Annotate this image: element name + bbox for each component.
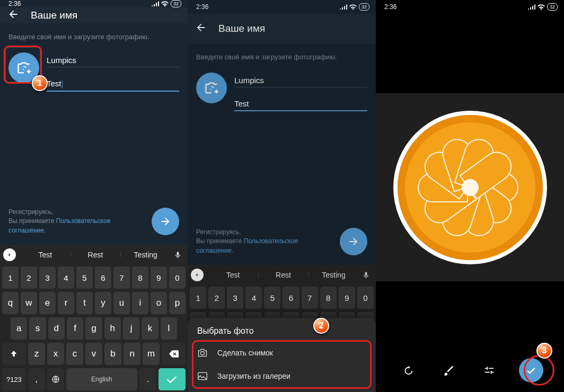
name-form: Введите своё имя и загрузите фотографию.… <box>0 23 188 245</box>
status-bar: 2:36 32 <box>376 0 564 14</box>
key[interactable]: 3 <box>39 266 56 289</box>
key[interactable]: d <box>48 317 65 340</box>
key[interactable]: l <box>161 317 177 340</box>
backspace-icon <box>169 350 179 358</box>
signal-icon <box>528 4 535 10</box>
comma-key[interactable]: , <box>28 368 45 390</box>
key[interactable]: i <box>132 292 148 314</box>
back-button[interactable] <box>7 8 19 22</box>
arrow-right-icon <box>160 216 171 227</box>
key[interactable]: 4 <box>58 266 74 289</box>
key[interactable]: x <box>47 343 64 365</box>
key[interactable]: c <box>66 343 83 365</box>
key[interactable]: b <box>104 343 121 365</box>
key[interactable]: y <box>95 292 111 314</box>
status-time: 2:36 <box>8 0 21 7</box>
backspace-key[interactable] <box>162 343 186 365</box>
confirm-crop-button[interactable] <box>519 358 543 382</box>
photo-picker-sheet: Выбрать фото Сделать снимок Загрузить из… <box>188 318 376 392</box>
key[interactable]: z <box>28 343 45 365</box>
suggestion-expand-icon[interactable] <box>3 248 16 261</box>
key[interactable]: p <box>169 292 186 314</box>
key[interactable]: 2 <box>21 266 37 289</box>
marker-2: 2 <box>313 318 329 334</box>
draw-button[interactable] <box>437 359 460 381</box>
key[interactable]: o <box>151 292 167 314</box>
check-icon <box>166 375 177 384</box>
key[interactable]: 1 <box>2 266 19 289</box>
key[interactable]: k <box>142 317 158 340</box>
wifi-icon <box>537 4 545 10</box>
brush-icon <box>443 364 454 376</box>
status-bar: 2:36 32 <box>0 0 188 7</box>
suggestion-3[interactable]: Testing <box>120 251 171 259</box>
key[interactable]: 6 <box>95 266 111 289</box>
wifi-icon <box>161 1 169 7</box>
battery-indicator: 32 <box>547 3 558 11</box>
status-time: 2:36 <box>384 3 396 11</box>
lang-key[interactable] <box>47 368 64 390</box>
check-icon <box>526 365 536 376</box>
marker-3: 3 <box>536 343 552 359</box>
key[interactable]: 7 <box>113 266 130 289</box>
battery-indicator: 32 <box>171 0 181 7</box>
form-hint: Введите своё имя и загрузите фотографию. <box>8 33 179 41</box>
marker-1: 1 <box>32 75 48 91</box>
suggestion-2[interactable]: Rest <box>70 251 121 259</box>
adjust-button[interactable] <box>478 359 500 381</box>
orange-image <box>398 115 543 260</box>
key[interactable]: u <box>113 292 130 314</box>
phone-2: 2:36 32 Ваше имя Введите своё имя и загр… <box>188 0 376 392</box>
key[interactable]: s <box>29 317 46 340</box>
key[interactable]: e <box>39 292 56 314</box>
enter-key[interactable] <box>158 368 186 390</box>
phone-3: 2:36 32 <box>376 0 564 392</box>
key[interactable]: h <box>104 317 121 340</box>
key[interactable]: n <box>124 343 140 365</box>
key[interactable]: 8 <box>132 266 148 289</box>
key[interactable]: j <box>123 317 139 340</box>
header-title: Ваше имя <box>31 10 77 21</box>
key[interactable]: v <box>85 343 102 365</box>
key[interactable]: f <box>67 317 83 340</box>
period-key[interactable]: . <box>139 368 156 390</box>
keyboard-suggestion-bar: Test Rest Testing <box>0 245 188 265</box>
key[interactable]: q <box>2 292 19 314</box>
key[interactable]: a <box>11 317 27 340</box>
crop-preview-circle <box>393 111 547 264</box>
shift-icon <box>10 350 18 358</box>
last-name-input[interactable]: Test <box>47 77 179 92</box>
camera-plus-icon <box>16 60 31 75</box>
key[interactable]: 0 <box>169 266 186 289</box>
first-name-input[interactable]: Lumpics <box>47 54 179 67</box>
rotate-button[interactable] <box>396 359 419 381</box>
key[interactable]: t <box>76 292 93 314</box>
key[interactable]: 5 <box>76 266 93 289</box>
keyboard: Test Rest Testing 1234567890 qwertyuiop … <box>0 245 188 392</box>
header: Ваше имя <box>0 7 188 23</box>
key[interactable]: 9 <box>151 266 167 289</box>
space-key[interactable]: English <box>66 368 137 390</box>
globe-icon <box>51 375 60 384</box>
mic-icon[interactable] <box>171 251 184 259</box>
highlight-sheet-options <box>192 340 372 389</box>
sliders-icon <box>483 364 495 376</box>
signal-icon <box>152 1 159 6</box>
shift-key[interactable] <box>2 343 26 365</box>
key[interactable]: m <box>143 343 160 365</box>
key[interactable]: r <box>58 292 74 314</box>
key[interactable]: w <box>21 292 37 314</box>
phone-1: 2:36 32 Ваше имя Введите своё имя и загр… <box>0 0 188 392</box>
next-button[interactable] <box>152 208 179 235</box>
crop-toolbar <box>376 358 564 382</box>
crop-area[interactable] <box>376 93 564 281</box>
suggestion-1[interactable]: Test <box>20 251 70 259</box>
key[interactable]: g <box>85 317 102 340</box>
symbols-key[interactable]: ?123 <box>2 368 26 390</box>
rotate-icon <box>402 364 413 376</box>
sheet-title: Выбрать фото <box>188 326 376 341</box>
terms-text: Регистрируясь, Вы принимаете Пользовател… <box>8 208 144 235</box>
